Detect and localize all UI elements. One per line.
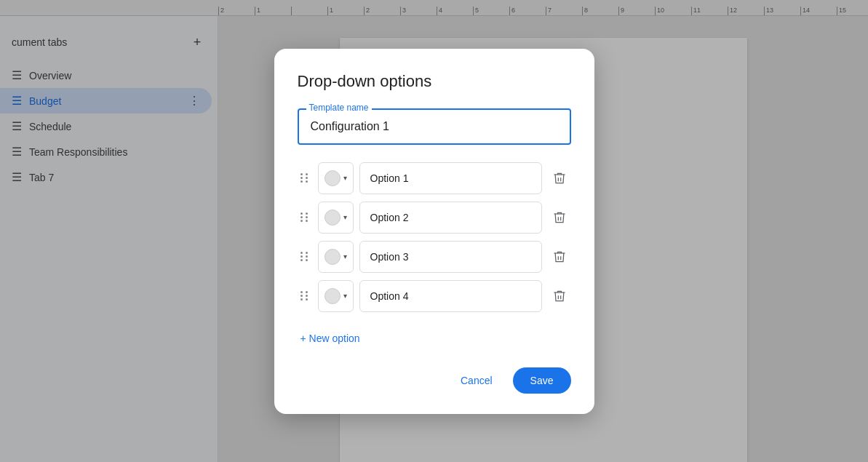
dot [300,252,303,254]
dot [306,177,308,179]
chevron-down-icon: ▾ [343,213,347,221]
color-selector-1[interactable]: ▾ [318,162,354,194]
dot [300,180,303,183]
dot [300,298,303,300]
dot [306,298,308,300]
option-row-2: ▾ [298,202,571,234]
option-input-4[interactable] [359,280,542,312]
dot [306,212,308,215]
dot [306,259,308,261]
modal-title: Drop-down options [298,72,571,91]
option-row-1: ▾ [298,162,571,194]
dot [300,173,303,175]
trash-icon [552,171,567,186]
drag-handle-4[interactable] [298,288,312,303]
color-selector-4[interactable]: ▾ [318,280,354,312]
save-button[interactable]: Save [513,367,571,394]
dot [300,212,303,215]
dot [306,173,308,175]
modal-overlay: Drop-down options Template name [0,0,868,462]
dot [306,216,308,218]
delete-option-3-button[interactable] [548,245,571,268]
trash-icon [552,210,567,225]
template-name-field-wrapper: Template name [298,108,571,145]
delete-option-4-button[interactable] [548,284,571,308]
dot [306,295,308,297]
color-dot-4 [324,288,341,304]
new-option-button[interactable]: + New option [298,327,363,350]
dot [306,220,308,222]
dot [300,177,303,179]
template-name-label: Template name [306,103,372,113]
cancel-button[interactable]: Cancel [446,367,507,394]
delete-option-1-button[interactable] [548,167,571,190]
color-selector-3[interactable]: ▾ [318,241,354,273]
modal-footer: Cancel Save [298,367,571,394]
drag-handle-1[interactable] [298,170,312,186]
color-dot-2 [324,210,341,226]
color-selector-2[interactable]: ▾ [318,202,354,234]
dot [300,220,303,222]
color-dot-1 [324,170,341,186]
drag-handle-3[interactable] [298,249,312,264]
dot [306,180,308,183]
option-row-3: ▾ [298,241,571,273]
chevron-down-icon: ▾ [343,292,347,300]
dot [300,216,303,218]
chevron-down-icon: ▾ [343,174,347,182]
option-input-1[interactable] [359,162,542,194]
delete-option-2-button[interactable] [548,206,571,229]
dot [306,255,308,258]
option-input-2[interactable] [359,202,542,234]
dot [300,291,303,293]
option-row-4: ▾ [298,280,571,312]
dot [306,291,308,293]
dot [300,255,303,258]
dot [306,252,308,254]
drag-handle-2[interactable] [298,210,312,225]
trash-icon [552,250,567,264]
options-list: ▾ [298,162,571,312]
template-name-input[interactable] [298,108,571,145]
trash-icon [552,289,567,303]
chevron-down-icon: ▾ [343,252,347,260]
option-input-3[interactable] [359,241,542,273]
color-dot-3 [324,249,341,265]
dot [300,259,303,261]
dropdown-options-modal: Drop-down options Template name [274,49,594,414]
dot [300,295,303,297]
